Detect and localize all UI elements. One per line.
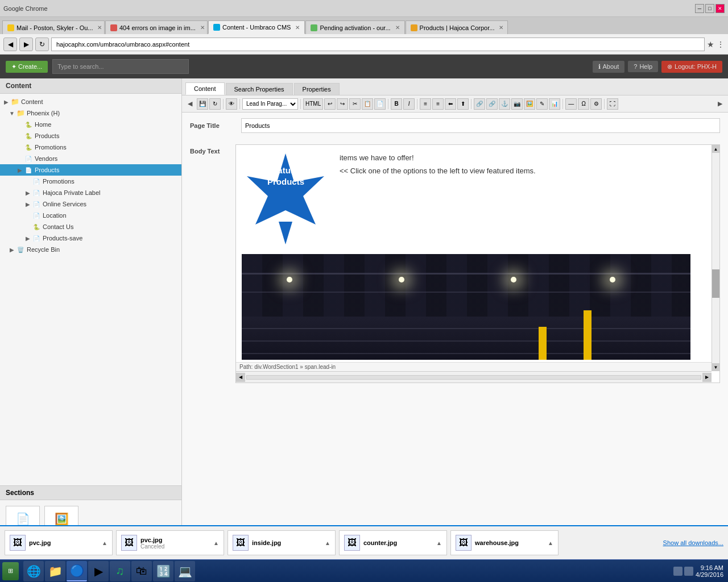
- tree-toggle-products1[interactable]: [16, 133, 24, 139]
- tab-umbraco[interactable]: Content - Umbraco CMS ✕: [208, 20, 305, 34]
- about-button[interactable]: ℹ About: [593, 61, 625, 73]
- tree-toggle-hajoca[interactable]: ▶: [24, 190, 32, 196]
- toolbar-next-button[interactable]: ▶: [714, 98, 726, 110]
- taskbar-explorer-icon[interactable]: 📁: [45, 561, 65, 581]
- tree-item-home[interactable]: 🐍 Home: [0, 119, 181, 130]
- cut-button[interactable]: ✂: [349, 98, 361, 110]
- scroll-down-button[interactable]: ▼: [712, 363, 719, 371]
- download-arrow-warehouse[interactable]: ▲: [548, 540, 553, 546]
- tab-pending[interactable]: Pending activation - our... ✕: [305, 20, 404, 34]
- format-select[interactable]: Lead In Parag...: [242, 98, 298, 110]
- settings-icon[interactable]: ⋮: [717, 40, 725, 49]
- tree-item-products1[interactable]: 🐍 Products: [0, 130, 181, 142]
- outdent-button[interactable]: ⬅: [445, 98, 456, 110]
- download-arrow-counter[interactable]: ▲: [436, 540, 442, 546]
- tree-item-recycle-bin[interactable]: ▶ 🗑️ Recycle Bin: [0, 244, 181, 255]
- tree-item-vendors[interactable]: 📄 Vendors: [0, 153, 181, 164]
- logout-button[interactable]: ⊗ Logout: PHX-H: [661, 61, 722, 73]
- tab-close-mail[interactable]: ✕: [97, 24, 102, 31]
- html-button[interactable]: HTML: [303, 98, 323, 110]
- tree-toggle-products-save[interactable]: ▶: [24, 235, 32, 242]
- download-arrow-pvc2[interactable]: ▲: [213, 540, 219, 546]
- edit-button[interactable]: ✎: [536, 98, 548, 110]
- tree-toggle-contact[interactable]: [24, 224, 32, 230]
- address-bar[interactable]: [51, 38, 705, 51]
- tree-toggle-promotions1[interactable]: [16, 144, 24, 151]
- toolbar-prev-button[interactable]: ◀: [184, 98, 196, 110]
- undo-button[interactable]: ↩: [324, 98, 336, 110]
- tree-item-products-save[interactable]: ▶ 📄 Products-save: [0, 232, 181, 244]
- refresh-icon-button[interactable]: ↻: [209, 98, 221, 110]
- bold-button[interactable]: B: [391, 98, 402, 110]
- tree-item-hajoca-private[interactable]: ▶ 📄 Hajoca Private Label: [0, 187, 181, 198]
- link-button[interactable]: 🔗: [474, 98, 485, 110]
- tree-toggle-home[interactable]: [16, 122, 24, 128]
- tree-item-online-services[interactable]: ▶ 📄 Online Services: [0, 198, 181, 210]
- download-arrow-inside[interactable]: ▲: [325, 540, 330, 546]
- redo-button[interactable]: ↪: [337, 98, 348, 110]
- hscroll-track[interactable]: [246, 375, 701, 380]
- taskbar-wmplayer-icon[interactable]: ▶: [88, 561, 109, 581]
- scroll-thumb[interactable]: [712, 269, 719, 298]
- scroll-up-button[interactable]: ▲: [712, 145, 719, 153]
- start-button[interactable]: ⊞: [2, 562, 19, 580]
- tab-errors[interactable]: 404 errors on image in im... ✕: [105, 20, 208, 34]
- download-item-counter[interactable]: 🖼 counter.jpg ▲: [339, 530, 447, 555]
- media-button[interactable]: 🖼️: [524, 98, 535, 110]
- tab-close-errors[interactable]: ✕: [200, 24, 205, 31]
- show-all-downloads-button[interactable]: Show all downloads...: [663, 539, 723, 546]
- download-arrow-pvc[interactable]: ▲: [102, 540, 107, 546]
- tab-properties[interactable]: Properties: [294, 83, 340, 95]
- download-item-inside[interactable]: 🖼 inside.jpg ▲: [228, 530, 336, 555]
- download-item-pvc[interactable]: 🖼 pvc.jpg ▲: [5, 530, 113, 555]
- tab-search-properties[interactable]: Search Properties: [226, 83, 293, 95]
- unordered-list-button[interactable]: ≡: [420, 98, 431, 110]
- copy-button[interactable]: 📋: [362, 98, 373, 110]
- tree-toggle-vendors[interactable]: [16, 156, 24, 162]
- taskbar-store-icon[interactable]: 🛍: [131, 561, 152, 581]
- tree-item-promotions1[interactable]: 🐍 Promotions: [0, 142, 181, 153]
- bookmark-star-icon[interactable]: ★: [707, 40, 714, 49]
- unlink-button[interactable]: 🔗: [486, 98, 498, 110]
- taskbar-ie-icon[interactable]: 🌐: [23, 561, 44, 581]
- special-char-button[interactable]: Ω: [578, 98, 589, 110]
- taskbar-spotify-icon[interactable]: ♫: [110, 561, 130, 581]
- close-button[interactable]: ✕: [715, 4, 725, 13]
- taskbar-pcmanager-icon[interactable]: 💻: [175, 561, 195, 581]
- horizontal-scrollbar[interactable]: ◀ ▶: [236, 371, 712, 383]
- tab-close-umbraco[interactable]: ✕: [295, 24, 300, 31]
- tree-toggle-promotions2[interactable]: [24, 178, 32, 185]
- paste-button[interactable]: 📄: [374, 98, 386, 110]
- indent-button[interactable]: ⬆: [457, 98, 469, 110]
- hr-button[interactable]: —: [565, 98, 577, 110]
- volume-icon[interactable]: [684, 567, 693, 576]
- anchor-button[interactable]: ⚓: [499, 98, 510, 110]
- italic-button[interactable]: I: [403, 98, 415, 110]
- tree-item-contact-us[interactable]: 🐍 Contact Us: [0, 221, 181, 232]
- ordered-list-button[interactable]: ≡: [432, 98, 444, 110]
- taskbar-chrome-icon[interactable]: 🔵: [67, 561, 87, 581]
- tree-item-location[interactable]: 📄 Location: [0, 210, 181, 221]
- save-icon-button[interactable]: 💾: [197, 98, 208, 110]
- tree-item-promotions2[interactable]: 📄 Promotions: [0, 176, 181, 187]
- tab-mail[interactable]: Mail - Poston, Skyler - Ou... ✕: [2, 20, 105, 34]
- tab-close-products[interactable]: ✕: [499, 24, 503, 31]
- page-title-input[interactable]: [241, 118, 720, 133]
- tree-toggle-products2[interactable]: ▶: [16, 167, 24, 173]
- table-button[interactable]: 📊: [549, 98, 560, 110]
- fullscreen-button[interactable]: ⛶: [607, 98, 618, 110]
- search-input[interactable]: [52, 59, 189, 74]
- tree-toggle-location[interactable]: [24, 213, 32, 219]
- vertical-scrollbar[interactable]: ▲ ▼: [712, 145, 719, 371]
- tree-toggle-content[interactable]: ▶: [2, 99, 10, 105]
- tree-item-phoenix[interactable]: ▼ 📁 Phoenix (H): [0, 107, 181, 119]
- tab-products[interactable]: Products | Hajoca Corpor... ✕: [406, 20, 508, 34]
- tab-close-pending[interactable]: ✕: [395, 24, 400, 31]
- macro-button[interactable]: ⚙: [590, 98, 602, 110]
- create-button[interactable]: ✦ Create...: [6, 61, 48, 73]
- network-icon[interactable]: [673, 567, 682, 576]
- preview-icon-button[interactable]: 👁: [226, 98, 237, 110]
- reload-button[interactable]: ↻: [35, 38, 49, 51]
- forward-button[interactable]: ▶: [19, 38, 33, 51]
- tree-item-products2[interactable]: ▶ 📄 Products: [0, 164, 181, 176]
